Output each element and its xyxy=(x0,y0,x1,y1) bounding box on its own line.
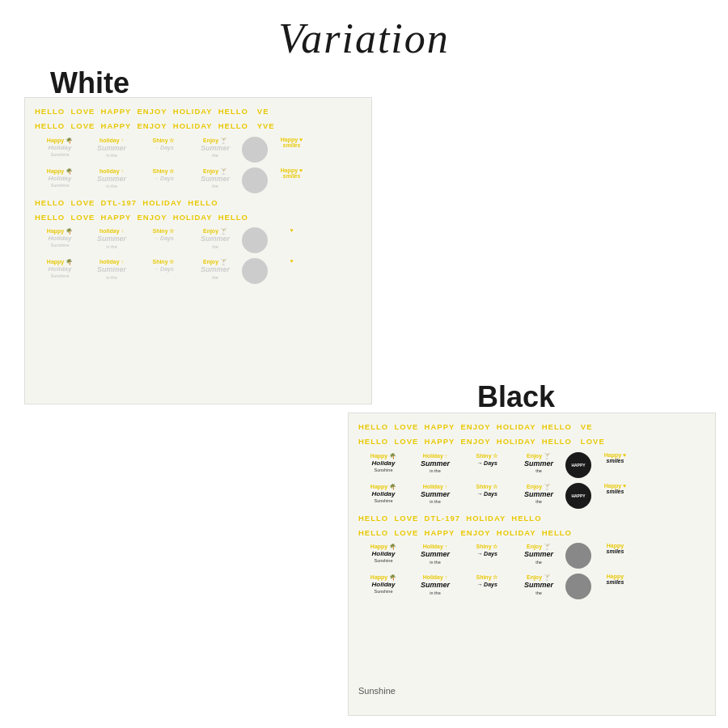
black-text-row-1: HELLO LOVE HAPPY ENJOY HOLIDAY HELLO VE xyxy=(358,421,705,433)
black-sticker-happy-4: Happy smiles xyxy=(593,574,637,585)
black-sticker-summer-4: Holiday ↑ Summer in the xyxy=(410,574,460,596)
white-sticker-shiny-2: Shiny ☆ → Days xyxy=(138,167,188,182)
white-sticker-enjoy-3: Enjoy 🍸 Summer the xyxy=(190,227,240,250)
black-sticker-holiday-2: Happy 🌴 Holiday Sunshine xyxy=(358,483,408,505)
black-sticker-shiny-2: Shiny ☆ → Days xyxy=(462,483,512,497)
black-sticker-enjoy-3: Enjoy 🍸 Summer the xyxy=(514,543,564,565)
black-sticker-happy-3: Happy smiles xyxy=(593,543,637,554)
white-sticker-holiday-2: Happy 🌴 Holiday Sunshine xyxy=(35,167,85,189)
black-sticker-enjoy-4: Enjoy 🍸 Summer the xyxy=(514,574,564,596)
black-circle-2: HAPPY xyxy=(565,483,591,509)
black-dtl-row-1: HELLO LOVE DTL-197 HOLIDAY HELLO xyxy=(358,513,705,524)
black-sticker-shiny-3: Shiny ☆ → Days xyxy=(462,543,512,557)
white-sticker-holiday-3: Happy 🌴 Holiday Sunshine xyxy=(35,227,85,249)
white-sticker-summer-1: holiday ↑ Summer in the xyxy=(87,137,137,159)
black-sticker-shiny-1: Shiny ☆ → Days xyxy=(462,452,512,467)
white-sticker-summer-3: holiday ↑ Summer in the xyxy=(87,227,137,250)
white-dtl-row-1: HELLO LOVE DTL-197 HOLIDAY HELLO xyxy=(35,197,362,209)
page-title: Variation xyxy=(0,0,728,62)
white-sticker-shiny-3: Shiny ☆ → Days xyxy=(138,227,188,242)
black-sticker-summer-3: Holiday ↑ Summer in the xyxy=(410,543,460,565)
white-sticker-sheet: HELLO LOVE HAPPY ENJOY HOLIDAY HELLO VE … xyxy=(24,97,372,404)
black-sticker-summer-1: Holiday ↑ Summer in the xyxy=(410,452,460,475)
white-sticker-holiday-1: Happy 🌴 Holiday Sunshine xyxy=(35,137,85,159)
black-circle-4 xyxy=(565,574,591,599)
black-sticker-holiday-1: Happy 🌴 Holiday Sunshine xyxy=(358,452,408,474)
black-text-row-3: HELLO LOVE HAPPY ENJOY HOLIDAY HELLO xyxy=(358,527,705,539)
white-circle-3 xyxy=(242,227,268,253)
white-sticker-summer-2: holiday ↑ Summer in the xyxy=(87,167,137,190)
black-sticker-happy-2: Happy ♥ smiles xyxy=(593,483,637,494)
white-text-row-3: HELLO LOVE HAPPY ENJOY HOLIDAY HELLO xyxy=(35,212,362,223)
white-sticker-enjoy-1: Enjoy 🍸 Summer the xyxy=(190,137,240,159)
black-circle-1: HAPPY xyxy=(565,452,591,478)
white-circle-4 xyxy=(242,258,268,284)
white-text-row-2: HELLO LOVE HAPPY ENJOY HOLIDAY HELLO YVE xyxy=(35,121,362,132)
sunshine-label: Sunshine xyxy=(358,686,396,696)
black-sticker-sheet: HELLO LOVE HAPPY ENJOY HOLIDAY HELLO VE … xyxy=(348,413,716,716)
black-sticker-shiny-4: Shiny ☆ → Days xyxy=(462,574,512,588)
black-sticker-enjoy-1: Enjoy 🍸 Summer the xyxy=(514,452,564,475)
white-circle-1 xyxy=(242,137,268,163)
white-sticker-shiny-4: Shiny ☆ → Days xyxy=(138,258,188,273)
white-sticker-enjoy-2: Enjoy 🍸 Summer the xyxy=(190,167,240,190)
white-sticker-summer-4: holiday ↑ Summer in the xyxy=(87,258,137,281)
white-sticker-enjoy-4: Enjoy 🍸 Summer the xyxy=(190,258,240,281)
white-sticker-happy-3: ♥ xyxy=(269,227,314,233)
black-circle-3 xyxy=(565,543,591,569)
white-sticker-happy-4: ♥ xyxy=(269,258,314,264)
white-circle-2 xyxy=(242,167,268,193)
black-sticker-holiday-3: Happy 🌴 Holiday Sunshine xyxy=(358,543,408,565)
black-text-row-2: HELLO LOVE HAPPY ENJOY HOLIDAY HELLO LOV… xyxy=(358,436,705,447)
white-section-label: White xyxy=(50,66,129,100)
black-section-label: Black xyxy=(477,380,555,414)
black-sticker-holiday-4: Happy 🌴 Holiday Sunshine xyxy=(358,574,408,595)
white-sticker-happy-2: Happy ♥ smiles xyxy=(269,167,314,179)
black-sticker-summer-2: Holiday ↑ Summer in the xyxy=(410,483,460,506)
white-sticker-happy-1: Happy ♥ smiles xyxy=(269,137,314,148)
white-sticker-shiny-1: Shiny ☆ → Days xyxy=(138,137,188,151)
black-sticker-enjoy-2: Enjoy 🍸 Summer the xyxy=(514,483,564,506)
black-sticker-happy-1: Happy ♥ smiles xyxy=(593,452,637,463)
white-sticker-holiday-4: Happy 🌴 Holiday Sunshine xyxy=(35,258,85,280)
white-text-row-1: HELLO LOVE HAPPY ENJOY HOLIDAY HELLO VE xyxy=(35,106,362,117)
